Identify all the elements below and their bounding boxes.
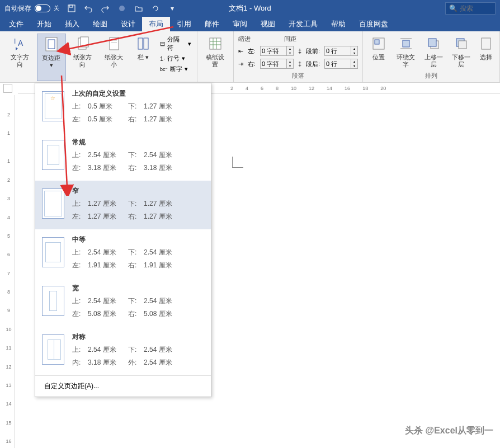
position-button[interactable]: 位置 bbox=[366, 34, 391, 72]
svg-rect-28 bbox=[482, 38, 490, 49]
svg-rect-13 bbox=[144, 38, 148, 49]
spacing-before-icon: ‡ bbox=[298, 48, 301, 54]
breaks-button[interactable]: ⊟分隔符▾ bbox=[159, 35, 192, 53]
svg-rect-1 bbox=[69, 5, 73, 7]
svg-text:A: A bbox=[18, 39, 23, 48]
tab-开始[interactable]: 开始 bbox=[30, 17, 58, 31]
columns-button[interactable]: 栏 ▾ bbox=[131, 34, 155, 81]
tab-插入[interactable]: 插入 bbox=[58, 17, 86, 31]
document-title: 文档1 - Word bbox=[229, 3, 271, 13]
spacing-after-input[interactable]: 0 行▴▾ bbox=[324, 59, 358, 69]
redo-icon[interactable] bbox=[101, 4, 110, 13]
tab-帮助[interactable]: 帮助 bbox=[324, 17, 352, 31]
tab-邮件[interactable]: 邮件 bbox=[198, 17, 226, 31]
margin-option-mirror[interactable]: 对称上:2.54 厘米下:2.54 厘米内:3.18 厘米外:2.54 厘米 bbox=[35, 327, 211, 375]
margins-dropdown: ☆上次的自定义设置上:0.5 厘米下:1.27 厘米左:0.5 厘米右:1.27… bbox=[35, 83, 211, 397]
margin-preview-icon bbox=[42, 334, 64, 365]
title-bar: 自动保存 关 ▾ 文档1 - Word 🔍 bbox=[0, 0, 500, 17]
tab-开发工具[interactable]: 开发工具 bbox=[282, 17, 324, 31]
line-numbers-button[interactable]: 1·行号▾ bbox=[159, 54, 192, 63]
tab-布局[interactable]: 布局 bbox=[142, 17, 170, 31]
margin-preview-icon bbox=[42, 237, 64, 267]
size-button[interactable]: 纸张大小 bbox=[100, 34, 129, 81]
margin-option-moderate[interactable]: 中等上:2.54 厘米下:2.54 厘米左:1.91 厘米右:1.91 厘米 bbox=[35, 229, 211, 278]
cursor-marker bbox=[232, 157, 243, 168]
svg-rect-14 bbox=[210, 38, 221, 49]
orientation-button[interactable]: 纸张方向 bbox=[68, 34, 97, 81]
circle-icon[interactable] bbox=[117, 4, 126, 13]
margin-preview-icon bbox=[42, 286, 64, 316]
text-direction-button[interactable]: IA 文字方向 bbox=[6, 34, 35, 81]
hyphenation-button[interactable]: bc⁻断字▾ bbox=[159, 64, 192, 74]
margin-option-normal[interactable]: 常规上:2.54 厘米下:2.54 厘米左:3.18 厘米右:3.18 厘米 bbox=[35, 132, 211, 181]
watermark: 头杀 @Excel从零到一 bbox=[405, 425, 493, 437]
save-icon[interactable] bbox=[67, 4, 76, 13]
margin-option-title: 宽 bbox=[72, 284, 204, 293]
selection-pane-button[interactable]: 选择 bbox=[477, 34, 496, 72]
svg-rect-20 bbox=[375, 40, 379, 44]
svg-rect-25 bbox=[428, 39, 436, 46]
svg-text:I: I bbox=[14, 37, 16, 45]
vertical-ruler[interactable]: 2112345678910111213141516 bbox=[3, 95, 15, 448]
bring-forward-button[interactable]: 上移一层 bbox=[421, 34, 447, 72]
indent-right-icon: ⇥ bbox=[238, 60, 243, 68]
send-backward-button[interactable]: 下移一层 bbox=[449, 34, 474, 72]
search-icon: 🔍 bbox=[449, 4, 457, 12]
margin-option-title: 常规 bbox=[72, 138, 204, 147]
svg-rect-27 bbox=[459, 41, 466, 49]
margin-preview-icon: ☆ bbox=[42, 91, 64, 121]
tab-百度网盘[interactable]: 百度网盘 bbox=[352, 17, 395, 31]
sync-icon[interactable] bbox=[151, 4, 160, 13]
quick-access-toolbar: ▾ bbox=[67, 4, 177, 13]
indent-left-input[interactable]: 0 字符▴▾ bbox=[260, 46, 294, 56]
indent-label: 缩进 bbox=[238, 35, 251, 43]
svg-point-2 bbox=[119, 6, 125, 11]
margin-option-last[interactable]: ☆上次的自定义设置上:0.5 厘米下:1.27 厘米左:0.5 厘米右:1.27… bbox=[35, 83, 211, 132]
spacing-label: 间距 bbox=[284, 35, 296, 43]
custom-margins-button[interactable]: 自定义页边距(A)... bbox=[35, 375, 211, 397]
indent-left-icon: ⇤ bbox=[238, 48, 243, 55]
tab-引用[interactable]: 引用 bbox=[170, 17, 198, 31]
tab-绘图[interactable]: 绘图 bbox=[86, 17, 114, 31]
search-box[interactable]: 🔍 bbox=[445, 2, 496, 15]
svg-rect-9 bbox=[110, 37, 119, 50]
wrap-text-button[interactable]: 环绕文字 bbox=[393, 34, 419, 72]
margin-preview-icon bbox=[42, 188, 64, 219]
ribbon-tabs: 文件开始插入绘图设计布局引用邮件审阅视图开发工具帮助百度网盘 bbox=[0, 17, 500, 31]
tab-设计[interactable]: 设计 bbox=[114, 17, 142, 31]
search-input[interactable] bbox=[460, 4, 488, 12]
margin-option-narrow[interactable]: 窄上:1.27 厘米下:1.27 厘米左:1.27 厘米右:1.27 厘米 bbox=[35, 181, 211, 229]
document-area[interactable] bbox=[213, 101, 492, 414]
undo-icon[interactable] bbox=[84, 4, 93, 13]
folder-icon[interactable] bbox=[134, 4, 143, 13]
margin-option-title: 上次的自定义设置 bbox=[72, 89, 204, 98]
ruler-corner bbox=[3, 84, 12, 93]
svg-rect-21 bbox=[403, 40, 409, 47]
tab-审阅[interactable]: 审阅 bbox=[226, 17, 254, 31]
indent-right-input[interactable]: 0 字符▴▾ bbox=[260, 59, 294, 69]
manuscript-button[interactable]: 稿纸设置 bbox=[201, 34, 230, 81]
spacing-before-input[interactable]: 0 行▴▾ bbox=[324, 46, 358, 56]
margins-button[interactable]: 页边距 ▾ bbox=[37, 34, 66, 81]
margin-option-title: 中等 bbox=[72, 235, 204, 244]
spacing-after-icon: ‡ bbox=[298, 60, 301, 67]
tab-视图[interactable]: 视图 bbox=[254, 17, 282, 31]
margin-preview-icon bbox=[42, 140, 64, 170]
margin-option-title: 对称 bbox=[72, 332, 204, 342]
tab-文件[interactable]: 文件 bbox=[2, 17, 30, 31]
margin-option-wide[interactable]: 宽上:2.54 厘米下:2.54 厘米左:5.08 厘米右:5.08 厘米 bbox=[35, 278, 211, 327]
ribbon: IA 文字方向 页边距 ▾ 纸张方向 纸张大小 栏 ▾ ⊟分隔符▾ 1·行号 bbox=[0, 31, 500, 83]
svg-rect-12 bbox=[138, 38, 143, 49]
margin-option-title: 窄 bbox=[72, 186, 204, 196]
qat-more-icon[interactable]: ▾ bbox=[168, 4, 177, 13]
autosave-toggle[interactable]: 自动保存 关 bbox=[4, 4, 59, 13]
svg-rect-8 bbox=[81, 37, 88, 47]
